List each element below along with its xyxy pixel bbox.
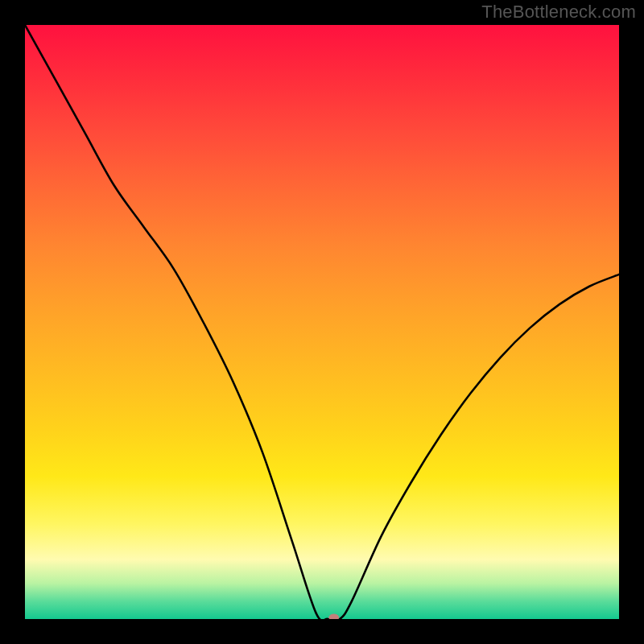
chart-frame: TheBottleneck.com [0,0,644,644]
curve-svg [25,25,619,619]
bottleneck-curve [25,25,619,619]
watermark-text: TheBottleneck.com [481,2,636,23]
plot-area [25,25,619,619]
optimum-marker [329,614,339,619]
